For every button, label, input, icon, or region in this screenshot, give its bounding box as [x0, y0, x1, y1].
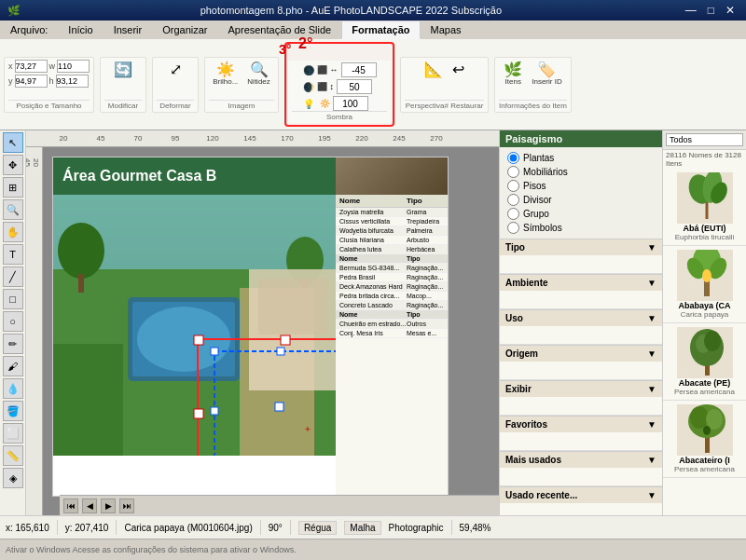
maximize-button[interactable]: □ [704, 4, 718, 17]
menu-arquivo[interactable]: Arquivo: [0, 20, 58, 39]
close-button[interactable]: ✕ [722, 4, 739, 17]
ribbon-group-deformar: ⤢ Deformar [152, 57, 199, 113]
nitidez-icon: 🔍 [250, 62, 269, 77]
measure-tool[interactable]: 📏 [3, 445, 23, 466]
radio-simbolos[interactable]: Símbolos [507, 222, 655, 234]
brilho-btn[interactable]: ☀️ Brilho... [209, 60, 242, 89]
menu-formatacao[interactable]: Formatação [341, 20, 420, 39]
zoom-tool[interactable]: 🔍 [3, 199, 23, 220]
garden-svg: + [53, 195, 338, 456]
tools-panel: ↖ ✥ ⊞ 🔍 ✋ T ╱ □ ○ ✏ 🖌 💧 🪣 ⬜ 📏 ◈ [0, 130, 26, 515]
perspectiva-btn[interactable]: 📐 [421, 60, 447, 80]
ellipse-tool[interactable]: ○ [3, 311, 23, 332]
sombra-angle-input[interactable] [341, 62, 377, 77]
canvas-area[interactable]: 20 45 70 95 120 145 170 195 220 245 270 … [26, 130, 499, 515]
section-usado-recente[interactable]: Usado recente...▼ [500, 486, 662, 503]
nav-prev[interactable]: ◀ [82, 499, 97, 513]
node-tool[interactable]: ◈ [3, 468, 23, 488]
section-tipo[interactable]: Tipo▼ [500, 239, 662, 255]
plant-row: Cissus verticillataTrepiadeira [336, 217, 448, 226]
items-search-input[interactable] [666, 133, 743, 146]
plant-row: Wodyetia bifurcataPalmeira [336, 226, 448, 236]
menu-inserir[interactable]: Inserir [104, 20, 153, 39]
ribbon-group-position: x w y h Posição e Tamanho [4, 57, 94, 113]
items-search-area [663, 130, 746, 150]
move-tool[interactable]: ✥ [3, 155, 23, 175]
paint-tool[interactable]: 🖌 [3, 356, 23, 376]
svg-rect-31 [275, 403, 283, 411]
svg-text:+: + [305, 424, 311, 434]
nav-last[interactable]: ⏭ [119, 499, 134, 513]
canvas-content: Área Gourmet Casa B [43, 147, 499, 515]
modificar-btn[interactable]: 🔄 [110, 60, 136, 80]
menu-organizar[interactable]: Organizar [152, 20, 217, 39]
line-tool[interactable]: ╱ [3, 266, 23, 287]
radio-divisor[interactable]: Divisor [507, 194, 655, 206]
hand-tool[interactable]: ✋ [3, 222, 23, 242]
main-layout: ↖ ✥ ⊞ 🔍 ✋ T ╱ □ ○ ✏ 🖌 💧 🪣 ⬜ 📏 ◈ 20 45 70… [0, 130, 746, 515]
itens-icon: 🌿 [504, 62, 522, 77]
eyedropper-tool[interactable]: 💧 [3, 378, 23, 399]
radio-plantas[interactable]: Plantas [507, 152, 655, 164]
regua-button[interactable]: Régua [298, 521, 337, 535]
fill-tool[interactable]: 🪣 [3, 401, 23, 421]
menu-mapas[interactable]: Mapas [421, 20, 472, 39]
position-inputs: x w y h [8, 60, 90, 88]
section-favoritos[interactable]: Favoritos▼ [500, 416, 662, 432]
plant-header-nome: Nome [339, 197, 407, 205]
width-input[interactable] [57, 60, 90, 73]
deformar-btn[interactable]: ⤢ [166, 60, 186, 80]
svg-point-57 [703, 426, 711, 435]
item-card-abacate[interactable]: Abacate (PE) Persea americana [663, 323, 746, 401]
nav-first[interactable]: ⏮ [63, 499, 78, 513]
menu-inicio[interactable]: Início [58, 20, 103, 39]
status-bar: x: 165,610 y: 207,410 Carica papaya (M00… [0, 515, 746, 539]
nav-next[interactable]: ▶ [101, 499, 116, 513]
badge-3: 3° [279, 42, 291, 57]
itens-btn[interactable]: 🌿 Itens [500, 60, 526, 89]
item-name-abacate: Abacate (PE) [667, 378, 742, 388]
radio-grupo[interactable]: Grupo [507, 208, 655, 220]
plant-header-tipo: Tipo [407, 197, 444, 205]
deformar-label: Deformar [157, 100, 194, 110]
radio-group: Plantas Mobiliários Pisos Divisor Grupo … [500, 147, 662, 239]
nitidez-btn[interactable]: 🔍 Nitidez [243, 60, 273, 89]
y-input[interactable] [15, 75, 48, 88]
section-uso[interactable]: Uso▼ [500, 309, 662, 326]
rect-tool[interactable]: □ [3, 289, 23, 309]
page: Área Gourmet Casa B [52, 157, 449, 497]
inserir-id-btn[interactable]: 🏷️ Inserir ID [528, 60, 565, 89]
text-tool[interactable]: T [3, 244, 23, 265]
section-exibir[interactable]: Exibir▼ [500, 380, 662, 397]
section-origem[interactable]: Origem▼ [500, 345, 662, 362]
svg-rect-14 [194, 335, 203, 345]
restaurar-btn[interactable]: ↩ [449, 60, 468, 80]
malha-button[interactable]: Malha [344, 521, 380, 535]
plant-row: Pedra BrasilRaginação... [336, 273, 448, 282]
height-input[interactable] [56, 75, 89, 88]
pen-tool[interactable]: ✏ [3, 334, 23, 354]
sombra-distance-input[interactable] [337, 79, 372, 94]
plant-row-header2: NomeTipo [336, 254, 448, 264]
item-card-aba[interactable]: Abá (EUTI) Euphorbia tirucalli [663, 169, 746, 246]
item-card-abacateiro[interactable]: Abacateiro (I Persea americana [663, 401, 746, 478]
crop-tool[interactable]: ⊞ [3, 177, 23, 198]
item-latin-ababaya: Carica papaya [667, 310, 742, 319]
section-ambiente[interactable]: Ambiente▼ [500, 274, 662, 291]
select-tool[interactable]: ↖ [3, 132, 23, 153]
plant-row: Bermuda SG-8348...Raginação... [336, 264, 448, 273]
eraser-tool[interactable]: ⬜ [3, 423, 23, 444]
menu-apresentacao[interactable]: Apresentação de Slide [218, 20, 342, 39]
sombra-opacity-input[interactable] [333, 96, 368, 111]
svg-point-55 [690, 406, 709, 429]
ribbon-group-itens: 🌿 Itens 🏷️ Inserir ID Informações do Ite… [494, 57, 572, 113]
zoom-level: 59,48% [460, 523, 491, 533]
radio-mobiliarios[interactable]: Mobiliários [507, 166, 655, 178]
x-input[interactable] [15, 60, 48, 73]
section-mais-usados[interactable]: Mais usados▼ [500, 451, 662, 468]
minimize-button[interactable]: — [682, 4, 700, 17]
window-controls: — □ ✕ [682, 4, 739, 17]
radio-pisos[interactable]: Pisos [507, 180, 655, 192]
sombra-highlight: 3° 🌑 ⬛ ↔ 🌒 ⬛ ↕ 💡 🔆 [284, 42, 394, 127]
item-card-ababaya[interactable]: Ababaya (CA Carica papaya [663, 246, 746, 323]
